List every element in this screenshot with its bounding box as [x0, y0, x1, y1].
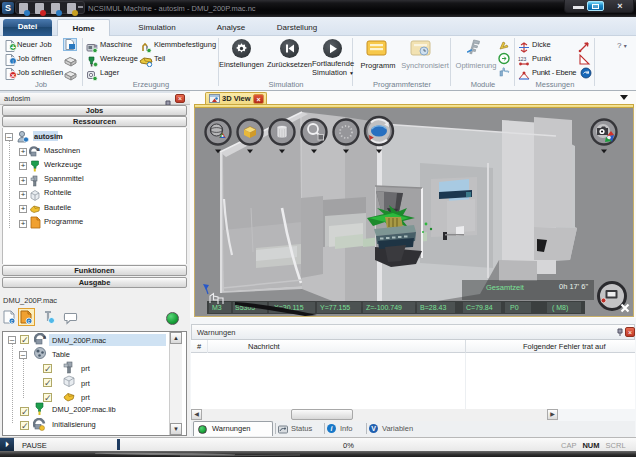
svg-text:Gesamtzeit: Gesamtzeit — [486, 283, 525, 292]
svg-text:a: a — [43, 334, 46, 340]
svg-text:a: a — [37, 146, 40, 152]
svg-text:G: G — [94, 44, 97, 48]
svg-text:0h 17' 6": 0h 17' 6" — [559, 282, 588, 291]
svg-text:( M8): ( M8) — [552, 304, 568, 312]
svg-text:B=28.43: B=28.43 — [420, 304, 446, 311]
svg-text:123: 123 — [518, 56, 527, 62]
svg-text:C=79.84: C=79.84 — [466, 304, 493, 311]
svg-text:Z=-100.749: Z=-100.749 — [366, 304, 402, 311]
svg-text:Y=77.155: Y=77.155 — [320, 304, 350, 311]
svg-text:P0: P0 — [510, 304, 519, 311]
svg-text:M3: M3 — [212, 304, 222, 311]
